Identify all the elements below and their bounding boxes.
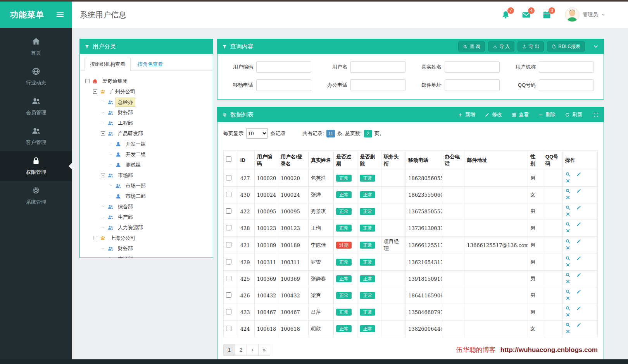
delete-button[interactable]: 删除 [538,111,556,118]
tree-node[interactable]: 测试组 [85,160,207,170]
row-checkbox[interactable] [226,208,231,214]
tree-node-label[interactable]: 市场部 [116,171,135,180]
tree-node-label[interactable]: 开发一组 [123,139,148,149]
sidebar-item[interactable]: 权限管理 [0,151,72,181]
edit-row-icon[interactable] [576,256,581,261]
sidebar-item[interactable]: 首页 [0,32,72,62]
user-menu[interactable]: 管理员 [565,7,606,22]
tree-expander-icon[interactable] [109,184,113,188]
row-checkbox[interactable] [226,242,231,247]
table-row[interactable]: 422 100095 100095 秀景琪 正常 正常 13675850552 [224,203,598,220]
view-row-icon[interactable] [565,221,571,227]
tree-node[interactable]: 市场一部 [85,180,207,191]
row-checkbox[interactable] [226,292,231,298]
view-row-icon[interactable] [565,205,571,210]
table-row[interactable]: 429 100311 100311 罗雪 正常 正常 13621654317 [224,254,598,271]
tree-node-label[interactable]: 工程部 [116,118,135,128]
tree-node[interactable]: 总经办 [85,97,207,107]
tree-expander-icon[interactable] [101,121,105,125]
tree-expander-icon[interactable] [101,110,105,115]
refresh-button[interactable]: 刷新 [565,111,582,118]
sidebar-item[interactable]: 客户管理 [0,121,72,151]
tree-node-label[interactable]: 开发二组 [123,150,148,159]
tree-node[interactable]: 产品研发部 [85,128,207,139]
tree-expander-icon[interactable] [101,204,105,209]
tree-expander-icon[interactable] [101,246,105,251]
field-input[interactable] [539,61,594,73]
tree-expander-icon[interactable] [109,152,113,156]
tree-expander-icon[interactable] [101,100,105,104]
tree-node-label[interactable]: 人力资源部 [116,223,145,232]
export-button[interactable]: 导 出 [518,41,544,52]
field-input[interactable] [539,79,594,91]
calendar-button[interactable]: 3 [542,10,552,20]
delete-row-icon[interactable] [565,195,571,200]
tree-expander-icon[interactable] [101,257,105,258]
edit-row-icon[interactable] [576,205,581,210]
tree-node[interactable]: 生产部 [85,212,207,222]
delete-row-icon[interactable] [565,279,571,284]
field-input[interactable] [350,79,405,91]
tree-expander-icon[interactable] [93,236,97,240]
sidebar-item[interactable]: 会员管理 [0,91,72,121]
tree-node-label[interactable]: 产品研发部 [116,129,145,138]
page-size-select[interactable]: 10 [246,128,268,139]
tree-node-label[interactable]: 广州分公司 [108,87,138,96]
delete-row-icon[interactable] [565,245,571,251]
rdlc-report-button[interactable]: RDLC报表 [547,41,585,52]
tree-node-label[interactable]: 财务部 [116,108,135,117]
fullscreen-button[interactable] [593,112,599,118]
row-checkbox[interactable] [226,326,231,331]
table-row[interactable]: 421 100189 100189 李陈佳 过期 正常 项目经理 1366612… [224,237,598,254]
row-checkbox[interactable] [226,309,231,314]
view-row-icon[interactable] [565,289,571,294]
tree-expander-icon[interactable] [93,89,97,94]
delete-row-icon[interactable] [565,211,571,217]
edit-row-icon[interactable] [576,239,581,244]
add-button[interactable]: 新增 [458,111,475,118]
view-row-icon[interactable] [565,322,571,328]
messages-button[interactable]: 4 [521,10,531,20]
tree-node[interactable]: 广州分公司 [85,86,207,97]
sidebar-item[interactable]: 系统管理 [0,181,72,211]
tree-node-label[interactable]: 爱奇迪集团 [100,77,130,86]
table-row[interactable]: 423 100467 100467 吕萍 正常 正常 13584660797 [224,304,598,321]
blog-link[interactable]: http://wuhuacong.cnblogs.com [500,346,598,354]
delete-row-icon[interactable] [565,228,571,234]
view-row-icon[interactable] [565,306,571,311]
table-row[interactable]: 426 100432 100432 梁爽 正常 正常 18641165906 [224,287,598,304]
tree-node-label[interactable]: 市场一部 [123,181,148,191]
table-row[interactable]: 428 100123 100123 王珣 正常 正常 13736130037 [224,220,598,237]
tree-expander-icon[interactable] [109,163,113,167]
select-all-checkbox[interactable] [226,156,231,162]
tree-node[interactable]: 财务部 [85,243,207,254]
collapse-panel-button[interactable] [593,43,599,50]
row-checkbox[interactable] [226,225,231,230]
tree-expander-icon[interactable] [101,131,105,136]
view-row-icon[interactable] [565,256,571,261]
page-button[interactable]: 1 [223,344,235,356]
delete-row-icon[interactable] [565,178,571,184]
view-row-icon[interactable] [565,188,571,194]
tree-node[interactable]: 开发一组 [85,139,207,149]
view-row-icon[interactable] [565,172,571,177]
edit-row-icon[interactable] [576,306,581,311]
tree-node[interactable]: 开发二组 [85,149,207,160]
tree-node-label[interactable]: 市场部 [116,254,135,258]
tree-node[interactable]: 财务部 [85,107,207,118]
table-row[interactable]: 430 100024 100024 张烨 正常 正常 18623555060 [224,187,598,203]
edit-row-icon[interactable] [576,322,581,328]
field-input[interactable] [445,61,500,73]
view-button[interactable]: 查看 [511,111,529,118]
table-row[interactable]: 425 100369 100369 张静春 正常 正常 13918150910 [224,271,598,287]
field-input[interactable] [350,61,405,73]
tree-expander-icon[interactable] [101,173,105,177]
tree-expander-icon[interactable] [101,225,105,230]
delete-row-icon[interactable] [565,312,571,318]
view-row-icon[interactable] [565,239,571,244]
tree-node-label[interactable]: 测试组 [123,160,143,170]
delete-row-icon[interactable] [565,262,571,268]
tree-expander-icon[interactable] [85,79,90,83]
table-row[interactable]: 424 100618 100618 胡欣 正常 正常 13826006444 [224,321,598,337]
tree-node[interactable]: 爱奇迪集团 [85,76,207,86]
